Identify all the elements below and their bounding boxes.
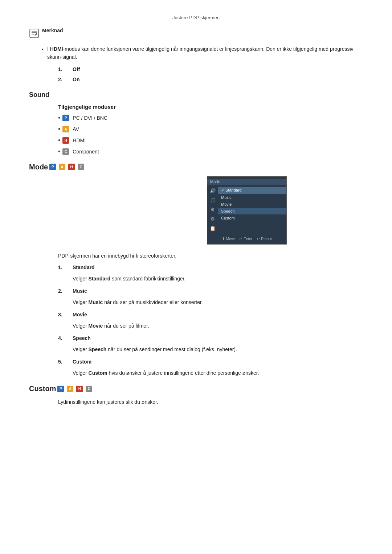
mode-item-3-num: 3. <box>58 312 73 317</box>
custom-heading-text: Custom <box>29 385 56 393</box>
mode-item-1-label: Standard <box>73 264 95 270</box>
mode-item-3: 3. Movie <box>29 312 363 317</box>
off-item: 1. Off <box>29 66 363 72</box>
menu-title-bar: Mode <box>207 179 286 185</box>
on-label: On <box>73 77 79 82</box>
badge-a-1: A <box>62 126 69 132</box>
bullet-av-label: AV <box>73 126 79 133</box>
mode-item-3-label: Movie <box>73 312 87 317</box>
menu-icon-5: 📋 <box>209 225 216 232</box>
move-icon: ⬆ <box>222 237 225 241</box>
custom-badge-h: H <box>76 386 83 392</box>
page-title: Justere PDP-skjermen <box>172 15 220 20</box>
on-num: 2. <box>58 77 73 82</box>
custom-badge-a: A <box>67 386 73 392</box>
off-num: 1. <box>58 66 73 72</box>
bullet-av: • A AV <box>58 126 363 133</box>
mode-item-4: 4. Speech <box>29 335 363 341</box>
menu-icon-2: 🎵 <box>209 197 216 204</box>
footer-return-label: Return <box>261 237 272 241</box>
menu-body: 🔊 🎵 ⚙ ⚙ 📋 ✓ Standard Music Movie Speech … <box>207 186 286 233</box>
mode-badge-a: A <box>59 164 65 170</box>
badge-c-1: C <box>62 148 69 155</box>
note-icon <box>29 28 39 38</box>
custom-badge-c: C <box>86 386 92 392</box>
bullet-pc: • P PC / DVI / BNC <box>58 114 363 122</box>
note-content: Merknad <box>42 28 63 33</box>
off-label: Off <box>73 66 80 72</box>
menu-option-music[interactable]: Music <box>218 194 286 201</box>
bullet-dot-2: • <box>58 126 60 132</box>
bullet-pc-label: PC / DVI / BNC <box>73 114 107 122</box>
menu-option-standard[interactable]: ✓ Standard <box>218 187 286 194</box>
note-bullet-item-1: I HDMI-modus kan denne funksjonen være t… <box>47 45 363 61</box>
mode-intro: PDP-skjermen har en innebygd hi-fi stere… <box>29 252 363 260</box>
mode-item-2-desc: Velger Music når du ser på musikkvideoer… <box>29 298 363 307</box>
bullet-component: • C Component <box>58 148 363 156</box>
mode-item-1: 1. Standard <box>29 264 363 270</box>
mode-item-3-desc: Velger Movie når du ser på filmer. <box>29 322 363 330</box>
mode-item-4-num: 4. <box>58 335 73 341</box>
custom-desc: Lydinnstillingene kan justeres slik du ø… <box>29 398 363 406</box>
mode-item-5-num: 5. <box>58 359 73 365</box>
sound-bullet-list: • P PC / DVI / BNC • A AV • H HDMI • C C… <box>29 114 363 156</box>
bottom-border <box>29 421 363 421</box>
mode-menu-container: Mode 🔊 🎵 ⚙ ⚙ 📋 ✓ Standard Music Movie Sp… <box>131 176 363 245</box>
mode-item-2-label: Music <box>73 288 87 294</box>
menu-icon-3: ⚙ <box>209 206 216 213</box>
svg-rect-0 <box>30 29 38 38</box>
menu-options-col: ✓ Standard Music Movie Speech Custom <box>218 187 286 233</box>
footer-move: ⬆ Move <box>222 237 235 241</box>
bullet-component-label: Component <box>73 148 99 156</box>
custom-heading: Custom P A H C <box>29 385 363 393</box>
on-item: 2. On <box>29 77 363 82</box>
page-header: Justere PDP-skjermen <box>29 11 363 20</box>
mode-heading-text: Mode <box>29 163 48 171</box>
footer-return: ↩ Return <box>257 237 272 241</box>
menu-option-speech[interactable]: Speech <box>218 208 286 214</box>
menu-option-custom[interactable]: Custom <box>218 215 286 221</box>
mode-item-5-label: Custom <box>73 359 91 365</box>
mode-item-5: 5. Custom <box>29 359 363 365</box>
mode-badge-h: H <box>68 164 75 170</box>
badge-p-1: P <box>62 115 69 121</box>
mode-item-1-desc: Velger Standard som standard fabrikkinns… <box>29 275 363 283</box>
menu-icon-1: 🔊 <box>209 188 216 194</box>
mode-heading: Mode P A H C <box>29 163 363 171</box>
mode-menu-image: Mode 🔊 🎵 ⚙ ⚙ 📋 ✓ Standard Music Movie Sp… <box>207 176 287 245</box>
badge-h-1: H <box>62 137 69 144</box>
footer-enter: ↵ Enter <box>239 237 252 241</box>
footer-enter-label: Enter <box>244 237 252 241</box>
mode-item-4-desc: Velger Speech når du ser på sendinger me… <box>29 345 363 354</box>
menu-footer: ⬆ Move ↵ Enter ↩ Return <box>207 235 286 241</box>
bullet-hdmi-label: HDMI <box>73 137 86 144</box>
enter-icon: ↵ <box>239 237 242 241</box>
mode-item-5-desc: Velger Custom hvis du ønsker å justere i… <box>29 369 363 377</box>
menu-icon-4: ⚙ <box>209 216 216 222</box>
mode-badge-p: P <box>49 164 56 170</box>
mode-badge-c: C <box>78 164 84 170</box>
sound-heading: Sound <box>29 91 363 99</box>
sound-subheading: Tilgjengelige moduser <box>58 104 363 110</box>
note-bullet-list: I HDMI-modus kan denne funksjonen være t… <box>29 45 363 61</box>
note-box: Merknad <box>29 28 363 38</box>
bullet-dot-4: • <box>58 148 60 155</box>
mode-item-2: 2. Music <box>29 288 363 294</box>
mode-item-4-label: Speech <box>73 335 91 341</box>
menu-icons-col: 🔊 🎵 ⚙ ⚙ 📋 <box>207 187 218 233</box>
return-icon: ↩ <box>257 237 260 241</box>
custom-badge-p: P <box>57 386 64 392</box>
mode-item-1-num: 1. <box>58 264 73 270</box>
footer-move-label: Move <box>226 237 235 241</box>
bullet-dot-3: • <box>58 137 60 144</box>
mode-item-2-num: 2. <box>58 288 73 294</box>
bullet-hdmi: • H HDMI <box>58 137 363 144</box>
menu-option-movie[interactable]: Movie <box>218 201 286 208</box>
note-title: Merknad <box>42 28 63 33</box>
bullet-dot-1: • <box>58 115 60 121</box>
